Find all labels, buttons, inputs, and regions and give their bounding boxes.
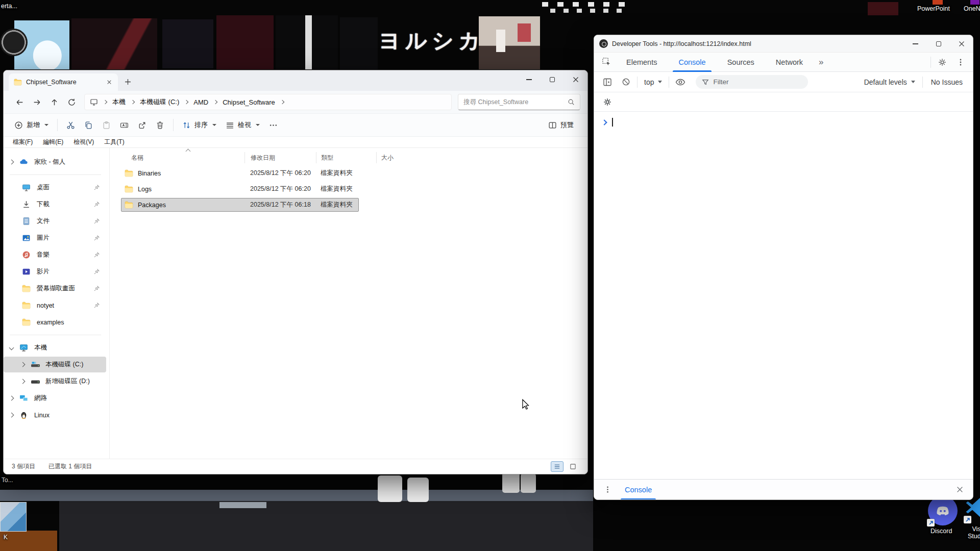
sort-button[interactable]: 排序 (178, 116, 221, 134)
console-prompt[interactable] (602, 118, 613, 127)
breadcrumb-item[interactable]: 本機磁碟 (C:) (139, 96, 180, 108)
maximize-button[interactable] (927, 35, 950, 53)
console-sidebar-toggle-icon[interactable] (598, 73, 617, 91)
paste-button[interactable] (97, 116, 115, 134)
refresh-button[interactable] (63, 94, 80, 110)
thumbnail-view-button[interactable] (567, 461, 579, 472)
drawer-kebab-menu-icon[interactable] (598, 481, 617, 498)
chevron-right-icon[interactable] (9, 413, 14, 418)
desktop-icon-powerpoint-label[interactable]: PowerPoint (917, 5, 950, 12)
powerpoint-icon[interactable] (933, 0, 943, 5)
log-levels-selector[interactable]: Default levels (859, 78, 920, 86)
issues-counter[interactable]: No Issues (925, 78, 969, 86)
column-header-name[interactable]: 名稱 (131, 154, 143, 162)
desktop-icon-discord[interactable] (928, 496, 958, 525)
sidebar-item-documents[interactable]: 文件 (4, 213, 106, 229)
file-list-pane[interactable]: 名稱 修改日期 類型 大小 Binaries2025/8/12 下午 06:20… (110, 148, 587, 459)
column-header-type[interactable]: 類型 (321, 154, 333, 162)
console-settings-gear-icon[interactable] (598, 93, 617, 111)
explorer-tab[interactable]: Chipset_Software (9, 73, 118, 91)
sidebar-item-videos[interactable]: 影片 (4, 264, 106, 280)
share-button[interactable] (133, 116, 151, 134)
sidebar-item-desktop[interactable]: 桌面 (4, 180, 106, 195)
inspect-element-icon[interactable] (597, 54, 616, 71)
sidebar-item-music[interactable]: 音樂 (4, 247, 106, 263)
file-row-logs[interactable]: Logs2025/8/12 下午 06:20檔案資料夾 (121, 182, 359, 196)
up-button[interactable] (45, 94, 63, 110)
forward-button[interactable] (28, 94, 45, 110)
delete-button[interactable] (151, 116, 169, 134)
menu-item-tools[interactable]: 工具(T) (99, 138, 129, 146)
minimize-button[interactable] (904, 35, 927, 53)
chevron-right-icon[interactable] (9, 160, 14, 165)
this-pc-icon[interactable] (90, 98, 98, 106)
tab-console[interactable]: Console (668, 53, 716, 72)
file-row-packages[interactable]: Packages2025/8/12 下午 06:18檔案資料夾 (121, 198, 359, 212)
clear-console-icon[interactable] (617, 73, 635, 91)
live-expression-eye-icon[interactable] (671, 73, 690, 91)
sidebar-item-downloads[interactable]: 下載 (4, 196, 106, 212)
search-icon[interactable] (568, 98, 575, 106)
devtools-title-bar[interactable]: Developer Tools - http://localhost:1212/… (594, 35, 973, 53)
chevron-right-icon[interactable] (20, 362, 26, 367)
kebab-menu-icon[interactable] (951, 54, 970, 71)
tab-sources[interactable]: Sources (717, 53, 765, 72)
chevron-right-icon[interactable] (9, 396, 14, 401)
chevron-right-icon[interactable] (20, 379, 26, 384)
filter-input[interactable] (713, 78, 790, 86)
cut-button[interactable] (62, 116, 80, 134)
view-button[interactable]: 檢視 (221, 116, 264, 134)
sidebar-item-screenshots[interactable]: 螢幕擷取畫面 (4, 281, 106, 296)
menu-item-view[interactable]: 檢視(V) (68, 138, 99, 146)
photo-file-icon[interactable] (0, 502, 27, 532)
drawer-tab-console[interactable]: Console (617, 480, 660, 500)
preview-button[interactable]: 預覽 (544, 116, 578, 134)
menu-item-edit[interactable]: 編輯(E) (38, 138, 68, 146)
back-button[interactable] (11, 94, 28, 110)
desktop-icon-label[interactable]: erta... (1, 3, 17, 10)
filter-box[interactable] (696, 75, 808, 89)
desktop-icon-label[interactable]: K (4, 534, 8, 541)
file-row-binaries[interactable]: Binaries2025/8/12 下午 06:20檔案資料夾 (121, 166, 359, 180)
more-tabs-icon[interactable]: » (814, 57, 828, 67)
search-box[interactable] (458, 94, 580, 110)
sidebar-item-examples[interactable]: examples (4, 314, 106, 330)
sidebar-item-home[interactable]: 家欣 - 個人 (4, 154, 106, 170)
breadcrumb-item[interactable]: Chipset_Software (222, 97, 276, 107)
column-header-size[interactable]: 大小 (381, 154, 394, 162)
rename-button[interactable] (115, 116, 133, 134)
close-button[interactable] (564, 70, 587, 89)
breadcrumb[interactable]: 本機本機磁碟 (C:)AMDChipset_Software (84, 94, 452, 110)
new-tab-button[interactable] (120, 74, 135, 89)
desktop-icon-onenote-label[interactable]: OneN (964, 5, 980, 12)
details-view-button[interactable] (551, 461, 564, 472)
desktop-icon-discord-label[interactable]: Discord (930, 528, 952, 535)
settings-gear-icon[interactable] (933, 54, 951, 71)
column-header-date[interactable]: 修改日期 (251, 154, 275, 162)
onenote-icon[interactable] (970, 0, 979, 5)
sidebar-item-this-pc[interactable]: 本機 (4, 340, 106, 356)
search-input[interactable] (463, 98, 568, 106)
minimize-button[interactable] (517, 70, 541, 89)
chevron-down-icon[interactable] (9, 345, 14, 350)
close-button[interactable] (950, 35, 973, 53)
more-options-button[interactable] (264, 116, 282, 134)
copy-button[interactable] (80, 116, 97, 134)
drawer-close-icon[interactable] (950, 481, 969, 498)
sidebar-item-disk-d[interactable]: 新增磁碟區 (D:) (4, 373, 106, 389)
tab-close-icon[interactable] (104, 77, 115, 88)
new-button[interactable]: 新增 (10, 116, 53, 134)
desktop-icon-label[interactable]: To... (2, 477, 13, 484)
sidebar-item-linux[interactable]: Linux (4, 407, 106, 423)
tab-network[interactable]: Network (765, 53, 814, 72)
maximize-button[interactable] (541, 70, 564, 89)
breadcrumb-item[interactable]: 本機 (111, 96, 127, 108)
breadcrumb-item[interactable]: AMD (192, 97, 209, 107)
context-selector[interactable]: top (640, 78, 667, 86)
sidebar-item-disk-c[interactable]: 本機磁碟 (C:) (4, 357, 106, 372)
sidebar-item-notyet[interactable]: notyet (4, 297, 106, 313)
sidebar-item-pictures[interactable]: 圖片 (4, 230, 106, 246)
console-output-area[interactable] (594, 112, 973, 479)
sidebar-item-network[interactable]: 網路 (4, 390, 106, 406)
desktop-icon-vscode-label[interactable]: Visua Studio C (968, 525, 980, 540)
